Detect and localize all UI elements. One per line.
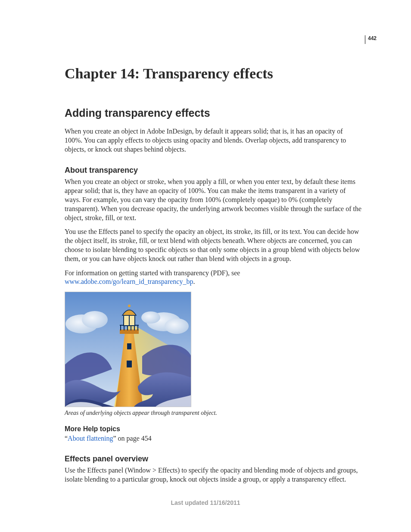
svg-point-5 xyxy=(141,311,160,324)
figure-caption: Areas of underlying objects appear throu… xyxy=(65,410,362,417)
section-title: Adding transparency effects xyxy=(65,107,362,119)
more-help-item: “About flattening” on page 454 xyxy=(65,435,362,442)
about-paragraph-1: When you create an object or stroke, whe… xyxy=(65,177,362,222)
about-paragraph-2: You use the Effects panel to specify the… xyxy=(65,227,362,263)
intro-paragraph: When you create an object in Adobe InDes… xyxy=(65,127,362,154)
svg-point-4 xyxy=(165,318,189,334)
lighthouse-figure xyxy=(65,292,362,407)
lighthouse-illustration xyxy=(65,292,191,407)
svg-point-18 xyxy=(128,305,131,307)
page-footer: Last updated 11/16/2011 xyxy=(0,499,411,506)
about-p3-suffix: . xyxy=(193,278,195,285)
about-flattening-link[interactable]: About flattening xyxy=(68,435,113,442)
svg-point-2 xyxy=(82,311,108,328)
about-p3-prefix: For information on getting started with … xyxy=(65,269,240,277)
about-heading: About transparency xyxy=(65,166,362,175)
help-item-suffix: ” on page 454 xyxy=(113,435,151,442)
page-number: 442 xyxy=(368,35,377,41)
effects-panel-paragraph: Use the Effects panel (Window > Effects)… xyxy=(65,466,362,484)
chapter-title: Chapter 14: Transparency effects xyxy=(65,65,362,82)
page-number-rule: 442 xyxy=(365,35,377,44)
svg-rect-8 xyxy=(120,330,139,334)
effects-panel-heading: Effects panel overview xyxy=(65,454,362,464)
about-paragraph-3: For information on getting started with … xyxy=(65,269,362,287)
page-content: Chapter 14: Transparency effects Adding … xyxy=(65,65,362,489)
more-help-heading: More Help topics xyxy=(65,425,362,433)
transparency-link[interactable]: www.adobe.com/go/learn_id_transparency_b… xyxy=(65,278,193,285)
svg-rect-20 xyxy=(127,361,132,367)
svg-rect-19 xyxy=(127,343,131,349)
